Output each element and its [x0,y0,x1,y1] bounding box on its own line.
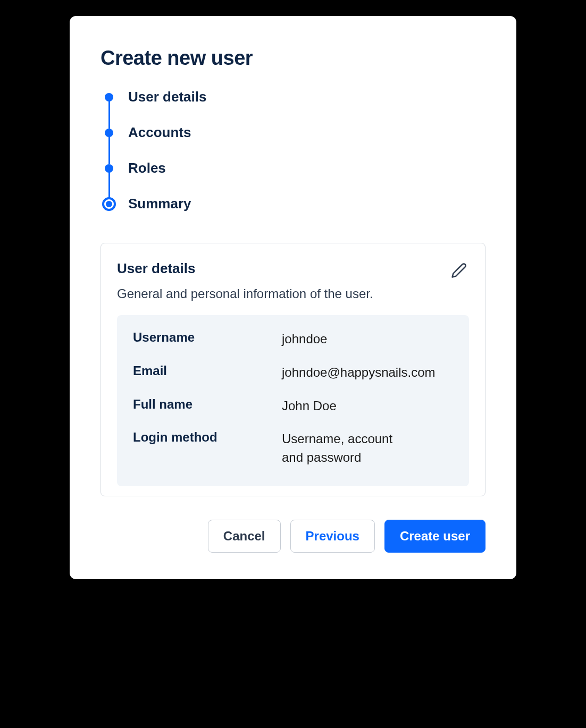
step-roles[interactable]: Roles [105,160,485,196]
step-label: User details [128,89,206,105]
step-dot-icon [105,129,113,137]
dialog-title: Create new user [101,47,485,70]
step-label: Roles [128,160,166,176]
step-summary[interactable]: Summary [105,196,485,212]
detail-value: Username, account and password [282,430,409,467]
detail-value: John Doe [282,397,337,416]
cancel-button[interactable]: Cancel [208,520,281,553]
step-dot-icon [105,93,113,101]
step-accounts[interactable]: Accounts [105,124,485,160]
detail-value: johndoe@happysnails.com [282,363,436,382]
details-box: Username johndoe Email johndoe@happysnai… [117,315,469,486]
step-dot-current-icon [102,197,116,211]
step-label: Summary [128,196,191,212]
panel-title: User details [117,260,195,277]
create-user-dialog: Create new user User details Accounts Ro… [70,16,516,579]
detail-key: Email [133,363,282,382]
detail-row-login-method: Login method Username, account and passw… [133,430,453,467]
dialog-footer: Cancel Previous Create user [101,520,485,553]
pencil-icon [451,263,467,278]
panel-description: General and personal information of the … [117,286,469,301]
detail-row-email: Email johndoe@happysnails.com [133,363,453,382]
detail-key: Username [133,330,282,349]
detail-row-username: Username johndoe [133,330,453,349]
detail-key: Login method [133,430,282,467]
step-user-details[interactable]: User details [105,89,485,124]
detail-row-fullname: Full name John Doe [133,397,453,416]
detail-key: Full name [133,397,282,416]
panel-header: User details [117,260,469,282]
create-user-button[interactable]: Create user [384,520,485,553]
step-dot-icon [105,164,113,173]
edit-button[interactable] [449,260,469,282]
wizard-steps: User details Accounts Roles Summary [105,89,485,212]
step-label: Accounts [128,124,191,141]
detail-value: johndoe [282,330,327,349]
user-details-panel: User details General and personal inform… [101,243,485,496]
previous-button[interactable]: Previous [290,520,375,553]
